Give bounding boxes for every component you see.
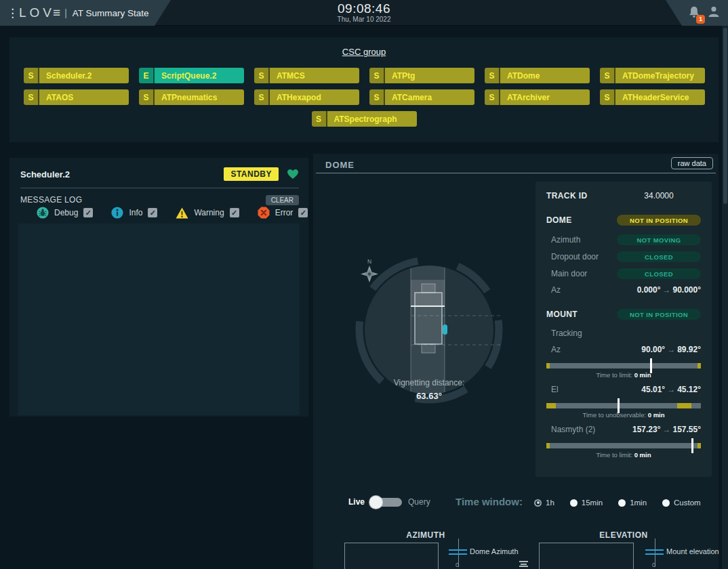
arrow-icon: → xyxy=(665,385,677,394)
mount-status-row: MOUNT NOT IN POSITION xyxy=(546,309,701,320)
csc-row-3: S ATSpectrograph xyxy=(9,111,719,127)
csc-badge-athexapod[interactable]: S ATHexapod xyxy=(254,89,359,105)
radio-icon[interactable] xyxy=(534,499,542,507)
el-limit-slider xyxy=(546,403,701,408)
csc-badge-atspectrograph[interactable]: S ATSpectrograph xyxy=(312,111,417,127)
limit-zone xyxy=(677,403,691,408)
error-checkbox[interactable] xyxy=(298,208,308,217)
csc-badge-atpneumatics[interactable]: S ATPneumatics xyxy=(139,89,244,105)
track-id-row: TRACK ID 34.0000 xyxy=(546,191,701,201)
radio-icon[interactable] xyxy=(618,499,626,507)
main-door-row: Main door CLOSED xyxy=(546,268,701,279)
mount-elevation-legend-mark xyxy=(645,549,664,551)
live-query-toggle[interactable] xyxy=(371,498,402,507)
brand-logo-glyph-icon: ≡ xyxy=(53,5,60,20)
nasmyth-time-to-limit: Time to limit: 0 min xyxy=(546,451,701,459)
azimuth-status-pill: NOT MOVING xyxy=(617,234,701,245)
csc-group-title[interactable]: CSC group xyxy=(9,47,719,57)
user-icon xyxy=(708,5,720,18)
vignetting-info: Vignetting distance: 63.63° xyxy=(361,378,497,401)
csc-badge-label: Scheduler.2 xyxy=(39,68,129,83)
filter-label: Warning xyxy=(194,208,224,217)
csc-badge-scheduler2[interactable]: S Scheduler.2 xyxy=(24,68,129,83)
warning-checkbox[interactable] xyxy=(230,208,239,217)
option-15min[interactable]: 15min xyxy=(570,499,603,507)
azimuth-legend-tick: 0 xyxy=(456,562,459,568)
arrow-icon: → xyxy=(660,425,672,434)
mount-section-label: MOUNT xyxy=(546,310,578,319)
filter-debug: Debug xyxy=(37,207,93,219)
info-checkbox[interactable] xyxy=(148,208,157,217)
elevation-legend-label[interactable]: Mount elevation xyxy=(666,547,719,555)
debug-bug-icon xyxy=(37,207,49,219)
dome-status-row: DOME NOT IN POSITION xyxy=(546,215,701,226)
toggle-knob[interactable] xyxy=(369,496,382,509)
axis-header: El 45.01°→45.12° xyxy=(546,385,701,394)
csc-badge-atcamera[interactable]: S ATCamera xyxy=(369,89,474,105)
csc-row-2: S ATAOS S ATPneumatics S ATHexapod S ATC… xyxy=(24,89,705,105)
user-menu-button[interactable] xyxy=(708,5,720,20)
love-app: LOV ≡ | AT Summary State 09:08:46 Thu, M… xyxy=(0,0,728,569)
limit-zone xyxy=(546,403,556,408)
csc-badge-label: ATHeaderService xyxy=(615,89,705,105)
log-filters: Debug Info Warning xyxy=(37,207,308,219)
csc-badge-atdome[interactable]: S ATDome xyxy=(485,68,590,83)
csc-badge-label: ATDome xyxy=(500,68,590,83)
notifications-button[interactable]: 1 xyxy=(687,5,701,21)
csc-state-letter: S xyxy=(254,89,270,105)
error-octagon-icon xyxy=(258,207,270,219)
vignetting-value: 63.63° xyxy=(361,391,497,401)
elevation-chart-title: ELEVATION xyxy=(539,530,708,540)
csc-badge-label: ATPneumatics xyxy=(155,89,244,105)
mount-axis-az: Az 90.00°→89.92° Time to limit: 0 min xyxy=(546,345,701,379)
radio-icon[interactable] xyxy=(662,499,670,507)
axis-header: Nasmyth (2) 157.23°→157.55° xyxy=(546,425,701,434)
el-time-to-unobservable: Time to unobservable: 0 min xyxy=(546,411,701,419)
csc-state-letter: E xyxy=(139,68,155,83)
csc-state-letter: S xyxy=(600,89,615,105)
limit-zone xyxy=(546,363,550,368)
csc-state-letter: S xyxy=(139,89,155,105)
scheduler-state-badge: STANDBY xyxy=(224,167,279,181)
info-icon xyxy=(111,207,123,219)
message-log-header: MESSAGE LOG CLEAR xyxy=(20,193,299,207)
dropout-door-row: Dropout door CLOSED xyxy=(546,251,701,262)
dome-azimuth-legend-mark xyxy=(449,549,467,551)
csc-badge-scriptqueue2[interactable]: E ScriptQueue.2 xyxy=(139,68,244,83)
scrollbar-thumb[interactable] xyxy=(723,28,727,204)
csc-badge-label: ATPtg xyxy=(385,68,474,83)
debug-checkbox[interactable] xyxy=(83,208,93,217)
limit-zone xyxy=(546,443,550,448)
csc-badge-atptg[interactable]: S ATPtg xyxy=(369,68,474,83)
csc-group-panel: CSC group S Scheduler.2 E ScriptQueue.2 … xyxy=(9,37,719,142)
compass-north-label: N xyxy=(367,258,371,265)
clock: 09:08:46 Thu, Mar 10 2022 xyxy=(338,2,391,23)
csc-badge-label: ATHexapod xyxy=(270,89,359,105)
page-scrollbar[interactable] xyxy=(722,26,728,569)
mount-bottom-shape xyxy=(422,344,435,353)
azimuth-legend-label[interactable]: Dome Azimuth xyxy=(470,547,519,555)
scheduler-header: Scheduler.2 STANDBY xyxy=(20,165,299,184)
divider xyxy=(20,188,299,188)
azimuth-status-row: Azimuth NOT MOVING xyxy=(546,234,701,245)
csc-badge-label: ATAOS xyxy=(39,89,129,105)
csc-badge-atheaderservice[interactable]: S ATHeaderService xyxy=(600,89,705,105)
csc-badge-label: ATDomeTrajectory xyxy=(615,68,705,83)
raw-data-button[interactable]: raw data xyxy=(671,157,713,169)
mount-axis-el: El 45.01°→45.12° Time to unobservable: 0… xyxy=(546,385,701,419)
option-1min[interactable]: 1min xyxy=(618,499,647,507)
csc-badge-label: ScriptQueue.2 xyxy=(155,68,244,83)
brand-logo: LOV xyxy=(19,5,55,20)
csc-badge-ataos[interactable]: S ATAOS xyxy=(24,89,129,105)
track-id-value: 34.0000 xyxy=(617,191,701,201)
limit-zone xyxy=(697,363,701,368)
filter-info: Info xyxy=(111,207,157,219)
csc-badge-atmcs[interactable]: S ATMCS xyxy=(254,68,359,83)
kebab-menu-icon[interactable] xyxy=(7,7,18,19)
option-1h[interactable]: 1h xyxy=(534,499,554,507)
clear-button[interactable]: CLEAR xyxy=(266,195,299,205)
csc-badge-atdometrajectory[interactable]: S ATDomeTrajectory xyxy=(600,68,705,83)
radio-icon[interactable] xyxy=(570,499,578,507)
option-custom[interactable]: Custom xyxy=(662,499,701,507)
csc-badge-atarchiver[interactable]: S ATArchiver xyxy=(485,89,590,105)
